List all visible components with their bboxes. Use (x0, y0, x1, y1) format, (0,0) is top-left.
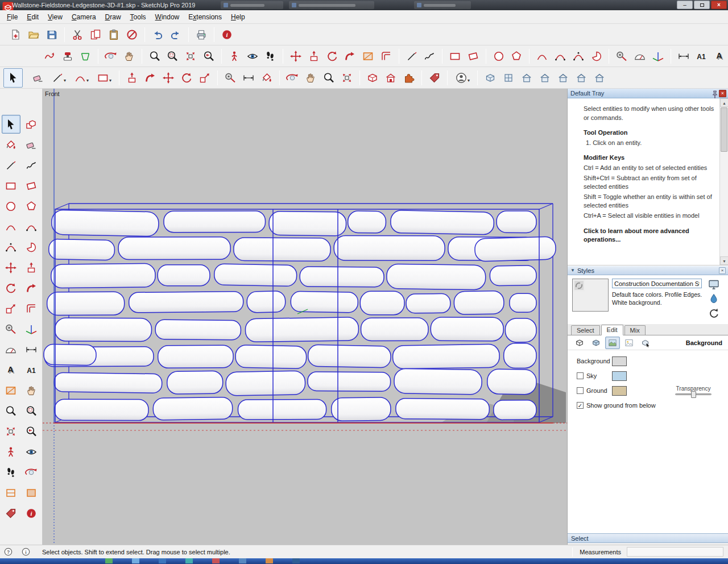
menu-edit[interactable]: Edit (22, 11, 43, 23)
scale-button[interactable] (196, 69, 213, 86)
move-tool-button[interactable] (2, 258, 20, 277)
print-button[interactable] (193, 26, 210, 43)
taskbar-app-icon[interactable] (292, 558, 300, 563)
style-thumbnail[interactable] (572, 279, 609, 312)
line-button[interactable] (403, 48, 420, 65)
drape-button[interactable] (77, 48, 94, 65)
transparency-slider[interactable] (675, 393, 712, 395)
position-camera-button[interactable] (226, 48, 243, 65)
model-info-button[interactable]: i (218, 26, 235, 43)
rectangle-tool-button[interactable] (2, 176, 20, 195)
section-plane-button[interactable] (359, 48, 377, 65)
menu-view[interactable]: View (43, 11, 67, 23)
paint-bucket-tool-button[interactable] (2, 135, 20, 154)
menu-file[interactable]: File (2, 11, 22, 23)
taskbar-app-icon[interactable] (239, 558, 246, 563)
rotate-button[interactable] (324, 48, 341, 65)
rotated-rectangle-tool-button[interactable] (22, 176, 41, 195)
push-pull-button[interactable] (305, 48, 322, 65)
orbit-button[interactable] (102, 48, 119, 65)
sky-color-swatch[interactable] (612, 371, 627, 381)
windows-taskbar[interactable] (0, 558, 728, 564)
move-button[interactable] (160, 69, 177, 86)
collapsed-panel-select[interactable]: Select (568, 533, 728, 543)
minimize-button[interactable]: – (677, 1, 693, 9)
styles-panel-header[interactable]: ▼ Styles × (568, 266, 728, 275)
right-view-button[interactable] (536, 69, 553, 86)
secondary-pane-icon[interactable] (708, 279, 717, 288)
zoom-window-tool-button[interactable] (22, 401, 41, 420)
tray-close-button[interactable]: × (719, 90, 726, 97)
3d-warehouse-button[interactable] (382, 69, 399, 86)
rotated-rectangle-button[interactable] (465, 48, 482, 65)
select-tool-button[interactable] (2, 115, 20, 134)
dropdown-caret-icon[interactable]: ▾ (64, 78, 66, 83)
background-settings-button[interactable] (605, 337, 620, 349)
scrollbar-thumb[interactable] (721, 107, 727, 152)
position-camera-tool-button[interactable] (2, 442, 20, 461)
push-pull-button[interactable] (123, 69, 140, 86)
help-icon[interactable]: ? (3, 547, 13, 557)
erase-cmd-button[interactable] (123, 26, 140, 43)
undo-button[interactable] (149, 26, 166, 43)
section-fill-tool-button[interactable] (22, 483, 41, 502)
tape-measure-button[interactable] (222, 69, 239, 86)
eraser-tool-button[interactable] (22, 135, 41, 154)
style-name-input[interactable] (612, 279, 702, 288)
polygon-button[interactable] (508, 48, 526, 65)
face-settings-button[interactable] (589, 337, 603, 349)
taskbar-app-icon[interactable] (212, 558, 220, 563)
arc-tool-button[interactable] (2, 217, 20, 236)
tape-measure-button[interactable] (613, 48, 630, 65)
update-style-icon[interactable] (708, 307, 717, 316)
move-button[interactable] (287, 48, 304, 65)
dropdown-caret-icon[interactable]: ▾ (468, 78, 470, 83)
avatar-button[interactable]: ▾ (452, 69, 473, 86)
model-viewport[interactable]: Front (43, 89, 567, 545)
zoom-extents-button[interactable] (182, 48, 199, 65)
dimensions-button[interactable] (675, 48, 692, 65)
menu-help[interactable]: Help (226, 11, 250, 23)
taskbar-app-icon[interactable] (105, 558, 113, 563)
select-tool-button[interactable] (3, 68, 23, 88)
taskbar-app-icon[interactable] (266, 558, 273, 563)
follow-me-button[interactable] (142, 69, 159, 86)
taskbar-app-icon[interactable] (159, 558, 166, 563)
3-point-arc-tool-button[interactable] (2, 238, 20, 256)
ground-checkbox[interactable] (577, 387, 584, 394)
front-view-button[interactable] (518, 69, 535, 86)
menu-camera[interactable]: Camera (67, 11, 101, 23)
orbit-tool-button[interactable] (22, 463, 41, 482)
copy-button[interactable] (87, 26, 104, 43)
tag-button[interactable] (426, 69, 443, 86)
tab-edit[interactable]: Edit (601, 325, 623, 335)
section-plane-tool-button[interactable] (2, 381, 20, 400)
zoom-button[interactable] (320, 69, 337, 86)
maximize-button[interactable] (694, 1, 710, 9)
modeling-settings-button[interactable] (638, 337, 653, 349)
axes-button[interactable] (650, 48, 667, 65)
back-view-button[interactable] (555, 69, 572, 86)
collapse-arrow-icon[interactable]: ▼ (570, 268, 575, 273)
zoom-extents-button[interactable] (338, 69, 355, 86)
dimensions-tool-button[interactable] (22, 340, 41, 359)
pie-button[interactable] (588, 48, 605, 65)
freehand-button[interactable] (421, 48, 439, 65)
rectangle-button[interactable] (446, 48, 464, 65)
tag-tool-button[interactable] (2, 504, 20, 522)
circle-tool-button[interactable] (2, 197, 20, 215)
rotate-tool-button[interactable] (2, 279, 20, 297)
iso-view-button[interactable] (482, 69, 499, 86)
scroll-down-icon[interactable]: ▼ (720, 256, 728, 265)
redo-button[interactable] (167, 26, 184, 43)
rotate-button[interactable] (178, 69, 195, 86)
2-point-arc-button[interactable] (552, 48, 569, 65)
measurements-input[interactable] (627, 547, 723, 557)
rectangle-button[interactable]: ▾ (93, 69, 115, 86)
text-tool-button[interactable]: A1 (22, 360, 41, 379)
3d-text-button[interactable]: AA (711, 48, 728, 65)
left-view-button[interactable] (573, 69, 590, 86)
freehand-tool-button[interactable] (22, 156, 41, 175)
orbit-button[interactable] (284, 69, 301, 86)
zoom-window-button[interactable] (164, 48, 181, 65)
